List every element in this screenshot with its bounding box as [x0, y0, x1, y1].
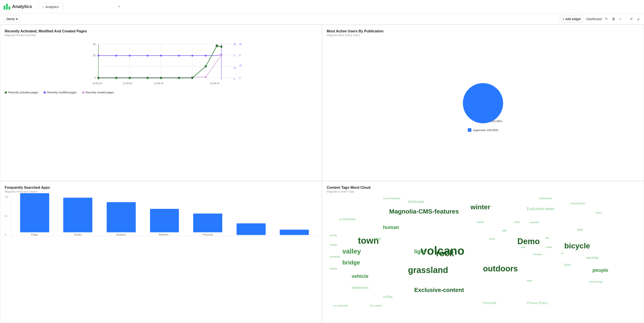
word-demo: Demo [518, 237, 540, 246]
widget-active-users: Most Active Users By Publication Magnoli… [322, 24, 644, 181]
pie-chart-container: 100.00% superuser 100.00% [327, 39, 639, 173]
word-human: human [383, 225, 399, 230]
word-id: id [561, 252, 563, 255]
word-crest: crest [520, 246, 526, 249]
word-personal: Personal [483, 301, 496, 305]
bar-6 [236, 223, 266, 235]
legend-activated: Recently activated pages [5, 91, 38, 94]
dropdown-label: Demo [6, 17, 15, 21]
word-people: people [592, 267, 608, 273]
word-exclusive-content: Exclusive-content [414, 287, 464, 294]
word-outdoors: outdoors [483, 264, 518, 273]
word-plateau: plateau [330, 267, 337, 270]
app-header: Analytics ⌂ Analytics × [0, 0, 644, 13]
svg-point-40 [128, 77, 131, 79]
word-wilderness: wilderness [352, 286, 369, 290]
bar-col-personas: Personas [187, 214, 228, 236]
svg-text:0: 0 [234, 77, 235, 80]
svg-text:16.09.24: 16.09.24 [210, 82, 220, 85]
analytics-tab[interactable]: ⌂ Analytics [37, 3, 64, 10]
toolbar-left: Demo ▾ [4, 16, 20, 22]
word-our-community: our-community [333, 305, 348, 307]
close-button[interactable]: × [117, 3, 121, 10]
word-exclusive-news: Exclusive-news [527, 207, 554, 212]
dashboard: Recently Activated, Modified And Created… [0, 24, 644, 323]
word-winter: winter [470, 203, 490, 211]
legend-modified-dot [44, 91, 46, 94]
bar-analytics [107, 202, 136, 232]
word-grassland: grassland [408, 265, 448, 276]
svg-point-22 [129, 55, 130, 56]
word-tips: tips [546, 237, 549, 239]
filter-button[interactable]: ⊿ [636, 16, 640, 22]
svg-point-21 [116, 55, 117, 56]
home-icon: ⌂ [42, 5, 44, 8]
bar-col-analytics: Analytics [100, 202, 142, 236]
edit-button[interactable]: ✎ [604, 16, 609, 22]
add-widget-button[interactable]: + Add widget [560, 16, 584, 22]
toolbar: Demo ▾ + Add widget Dashboard ✎ 🗑 + ↺ ⊿ [0, 13, 644, 24]
svg-point-43 [178, 77, 180, 79]
widget-1-title: Recently Activated, Modified And Created… [5, 29, 317, 33]
chart-legend: Recently activated pages Recently modifi… [5, 91, 317, 94]
svg-point-42 [160, 77, 162, 79]
svg-point-23 [147, 55, 148, 56]
word-rock: rock [436, 248, 454, 259]
word-architecture: architecture [339, 217, 356, 221]
word-food: food [564, 263, 571, 267]
bar-col-6 [230, 223, 272, 236]
bar-col-7 [274, 230, 315, 236]
toolbar-divider [626, 16, 626, 22]
widget-2-subtitle: Magnolia Most Active Users [327, 34, 639, 37]
svg-point-38 [97, 77, 100, 79]
tab-label: Analytics [45, 5, 58, 9]
svg-point-24 [160, 55, 162, 56]
svg-text:100.00%: 100.00% [490, 119, 502, 123]
widget-1-subtitle: Magnolia Recent Activities [5, 34, 317, 37]
demo-dropdown[interactable]: Demo ▾ [4, 16, 20, 22]
dashboard-label: Dashboard [586, 17, 602, 21]
word-mountain: mountain [533, 253, 542, 256]
add-button[interactable]: + [618, 16, 622, 22]
bar-marketing [150, 209, 179, 232]
svg-text:10: 10 [239, 64, 242, 67]
svg-point-45 [204, 65, 207, 67]
add-widget-label: + Add widget [563, 17, 581, 21]
svg-point-46 [216, 44, 218, 47]
widget-3-title: Frequently Searched Apps [5, 186, 317, 190]
legend-activated-label: Recently activated pages [8, 91, 38, 94]
bar-chart-wrapper: 100 50 0 Pages Stories Analytics [5, 196, 317, 236]
legend-created-dot [82, 91, 84, 94]
svg-text:30: 30 [93, 43, 96, 45]
word-the-content: the-content [370, 305, 382, 307]
bar-label-analytics: Analytics [116, 233, 126, 236]
delete-button[interactable]: 🗑 [611, 16, 616, 22]
svg-text:0: 0 [94, 76, 96, 79]
widget-word-cloud: Content Tags Word Cloud Magnolia Content… [322, 181, 644, 323]
svg-point-44 [191, 77, 194, 79]
svg-point-36 [205, 76, 206, 78]
word-transportation: transportation [570, 202, 586, 205]
word-surfing: surfing [383, 295, 392, 299]
bar-personas [193, 214, 222, 232]
word-cloud-container: volcano Magnolia-CMS-features grassland … [327, 196, 639, 315]
line-chart-svg: 30 20 0 20 0 10 0 20 0 10 0 [5, 39, 317, 89]
svg-text:10: 10 [234, 66, 236, 69]
toolbar-right: + Add widget Dashboard ✎ 🗑 + ↺ ⊿ [560, 16, 640, 22]
widget-searched-apps: Frequently Searched Apps Magnolia Perisc… [0, 181, 322, 323]
widget-4-title: Content Tags Word Cloud [327, 186, 639, 190]
word-night: night [502, 229, 507, 232]
bar-pages [20, 193, 49, 232]
svg-point-52 [463, 83, 503, 123]
bar-7 [280, 230, 309, 235]
pie-legend: superuser 100.00% [468, 128, 498, 132]
word-market: market [477, 221, 484, 224]
refresh-button[interactable]: ↺ [629, 16, 634, 22]
bar-label-personas: Personas [202, 233, 213, 236]
svg-point-25 [178, 55, 180, 56]
legend-modified-label: Recently modified pages [47, 91, 76, 94]
svg-point-20 [98, 55, 99, 56]
word-unique: unique [546, 246, 552, 249]
word-mist: mist [374, 237, 381, 242]
word-bicycle: bicycle [564, 241, 590, 250]
